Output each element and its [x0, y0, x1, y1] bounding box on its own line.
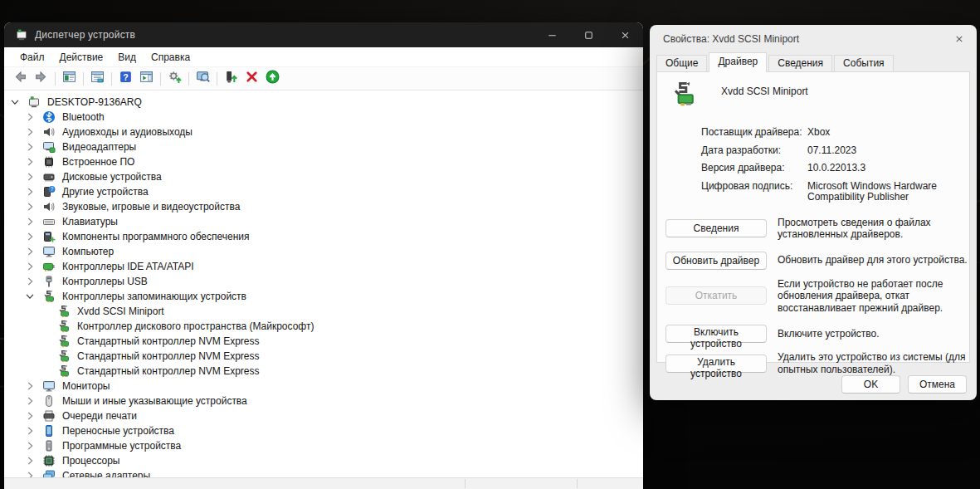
- chevron-right-icon[interactable]: [24, 171, 36, 183]
- chevron-right-icon[interactable]: [24, 425, 36, 437]
- action-button[interactable]: Сведения: [666, 219, 767, 237]
- action-pane-icon: [139, 70, 154, 87]
- tree-item[interactable]: ? Другие устройства: [4, 184, 643, 199]
- close-icon[interactable]: [607, 22, 643, 47]
- uninstall-device-button[interactable]: [241, 69, 262, 88]
- chevron-right-icon[interactable]: [24, 141, 36, 153]
- tab-0[interactable]: Общие: [656, 55, 707, 71]
- tree-item[interactable]: Компьютер: [4, 244, 643, 259]
- tab-2[interactable]: Сведения: [768, 55, 832, 71]
- tree-item[interactable]: DESKTOP-9136ARQ: [4, 95, 643, 110]
- tree-item[interactable]: Контроллеры запоминающих устройств: [4, 289, 643, 304]
- tree-item[interactable]: Стандартный контроллер NVM Express: [4, 349, 643, 364]
- tree-item[interactable]: Дисковые устройства: [4, 169, 643, 184]
- tree-item[interactable]: Xvdd SCSI Miniport: [4, 304, 643, 319]
- tree-item[interactable]: Стандартный контроллер NVM Express: [4, 364, 643, 379]
- tree-item[interactable]: Видеоадаптеры: [4, 139, 643, 154]
- chevron-down-icon[interactable]: [24, 291, 36, 302]
- tree-item[interactable]: Компоненты программного обеспечения: [4, 229, 643, 244]
- field-label: Дата разработки:: [701, 145, 807, 157]
- svg-text:?: ?: [123, 72, 128, 82]
- tree-item[interactable]: Звуковые, игровые и видеоустройства: [4, 199, 643, 214]
- tree-item[interactable]: Программные устройства: [4, 438, 643, 453]
- chevron-right-icon[interactable]: [24, 216, 36, 227]
- chevron-right-icon[interactable]: [24, 231, 36, 242]
- update-driver-software-button[interactable]: [262, 69, 283, 88]
- storage-controller-icon: [57, 305, 71, 318]
- field-label: Поставщик драйвера:: [701, 127, 807, 139]
- chevron-right-icon[interactable]: [24, 380, 36, 392]
- unknown-device-icon: ?: [42, 185, 56, 198]
- back-button[interactable]: [10, 69, 31, 88]
- portable-device-icon: [42, 424, 56, 438]
- chevron-right-icon[interactable]: [24, 246, 36, 257]
- ok-button[interactable]: OK: [841, 375, 900, 394]
- forward-icon: [34, 70, 48, 87]
- tree-item[interactable]: Клавиатуры: [4, 214, 643, 229]
- chevron-right-icon[interactable]: [24, 111, 36, 123]
- tree-item[interactable]: Переносные устройства: [4, 423, 643, 438]
- scan-hardware-changes-button[interactable]: [193, 69, 213, 88]
- forward-button[interactable]: [31, 69, 51, 88]
- chevron-right-icon[interactable]: [24, 455, 36, 467]
- properties-button[interactable]: [87, 69, 108, 88]
- minimize-icon[interactable]: [534, 22, 570, 47]
- device-header: Xvdd SCSI Miniport: [657, 72, 969, 107]
- statusbar-separator: [577, 479, 578, 488]
- tree-item[interactable]: Встроенное ПО: [4, 154, 643, 169]
- tree-item[interactable]: Bluetooth: [4, 110, 643, 125]
- chevron-right-icon[interactable]: [24, 156, 36, 168]
- field-value: 10.0.22013.3: [807, 163, 967, 174]
- tree-item[interactable]: Контроллер дискового пространства (Майкр…: [4, 319, 643, 334]
- action-button[interactable]: Обновить драйвер: [666, 252, 767, 270]
- tree-item[interactable]: Мыши и иные указывающие устройства: [4, 394, 643, 408]
- action-pane-button[interactable]: [136, 69, 157, 88]
- help-button[interactable]: ?: [115, 69, 136, 88]
- driver-action-row: Сведения Просмотреть сведения о файлах у…: [666, 217, 969, 241]
- dialog-titlebar[interactable]: Свойства: Xvdd SCSI Miniport: [650, 25, 977, 53]
- menu-item[interactable]: Файл: [12, 49, 52, 66]
- update-driver-button[interactable]: [164, 69, 185, 88]
- dialog-close-icon[interactable]: [942, 25, 977, 53]
- dm-titlebar[interactable]: Диспетчер устройств: [4, 22, 643, 47]
- chevron-right-icon[interactable]: [24, 126, 36, 138]
- audio-icon: [42, 200, 56, 213]
- chevron-right-icon[interactable]: [24, 470, 36, 477]
- storage-controller-icon: [57, 350, 71, 363]
- back-icon: [13, 70, 27, 87]
- tree-item-label: Звуковые, игровые и видеоустройства: [62, 201, 240, 213]
- enable-device-button[interactable]: [221, 69, 241, 88]
- tree-item-label: Встроенное ПО: [62, 156, 134, 168]
- tree-item-label: Контроллеры IDE ATA/ATAPI: [62, 261, 194, 272]
- chevron-right-icon[interactable]: [24, 201, 36, 213]
- tree-item[interactable]: Очереди печати: [4, 408, 643, 423]
- tree-item[interactable]: Контроллеры USB: [4, 274, 643, 289]
- tab-1[interactable]: Драйвер: [709, 52, 767, 72]
- tree-item[interactable]: Сетевые адаптеры: [4, 468, 643, 477]
- action-button[interactable]: Включить устройство: [666, 325, 767, 343]
- menu-item[interactable]: Вид: [110, 49, 144, 66]
- properties-icon: [90, 70, 105, 87]
- cancel-button[interactable]: Отмена: [908, 375, 967, 394]
- chevron-right-icon[interactable]: [24, 261, 36, 272]
- action-button[interactable]: Удалить устройство: [666, 355, 767, 373]
- tree-item[interactable]: Аудиовходы и аудиовыходы: [4, 125, 643, 139]
- show-console-tree-button[interactable]: [59, 69, 80, 88]
- dialog-footer: OK Отмена: [841, 375, 967, 394]
- tab-3[interactable]: События: [834, 55, 894, 71]
- action-description: Если устройство не работает после обновл…: [778, 278, 969, 315]
- chevron-right-icon[interactable]: [24, 276, 36, 287]
- chevron-right-icon[interactable]: [24, 395, 36, 407]
- tree-item[interactable]: Процессоры: [4, 453, 643, 468]
- chevron-right-icon[interactable]: [24, 410, 36, 422]
- chevron-right-icon[interactable]: [24, 440, 36, 452]
- tree-item[interactable]: Мониторы: [4, 379, 643, 394]
- menu-item[interactable]: Справка: [144, 49, 197, 66]
- maximize-icon[interactable]: [570, 22, 607, 47]
- tree-item[interactable]: Стандартный контроллер NVM Express: [4, 334, 643, 349]
- chevron-right-icon[interactable]: [24, 186, 36, 198]
- menu-item[interactable]: Действие: [52, 49, 111, 66]
- chevron-down-icon[interactable]: [9, 96, 21, 108]
- help-icon: ?: [119, 70, 133, 87]
- tree-item[interactable]: Контроллеры IDE ATA/ATAPI: [4, 259, 643, 274]
